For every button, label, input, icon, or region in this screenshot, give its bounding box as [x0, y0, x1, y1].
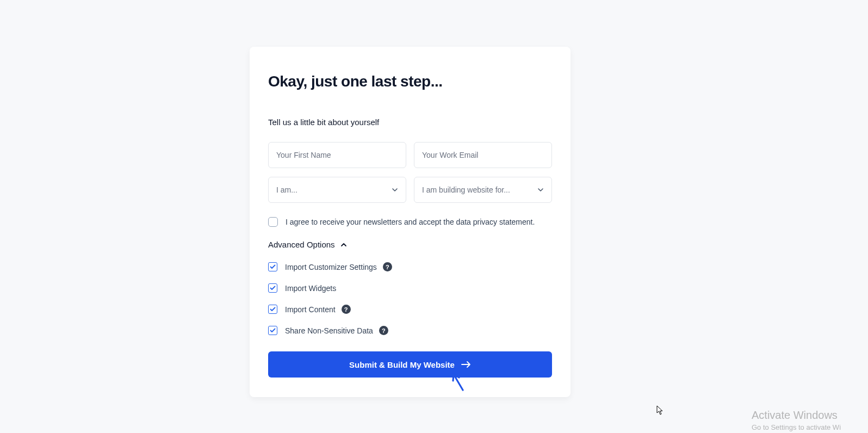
- option-label: Import Content: [285, 305, 336, 314]
- chevron-down-icon: [537, 187, 544, 193]
- email-input[interactable]: [414, 142, 552, 168]
- first-name-input[interactable]: [268, 142, 406, 168]
- watermark-title: Activate Windows: [752, 409, 838, 422]
- option-checkbox[interactable]: [268, 262, 277, 271]
- checkmark-icon: [270, 327, 276, 333]
- option-row: Import Widgets: [268, 283, 552, 293]
- option-label: Share Non-Sensitive Data: [285, 326, 373, 335]
- building-for-select-label: I am building website for...: [422, 185, 510, 194]
- checkmark-icon: [270, 306, 276, 312]
- consent-text: I agree to receive your newsletters and …: [286, 218, 535, 226]
- checkmark-icon: [270, 264, 276, 270]
- form-card: Okay, just one last step... Tell us a li…: [250, 47, 571, 397]
- advanced-options-toggle[interactable]: Advanced Options: [268, 240, 552, 249]
- help-icon[interactable]: ?: [342, 305, 351, 314]
- role-select-label: I am...: [276, 185, 297, 194]
- consent-checkbox[interactable]: [268, 217, 278, 227]
- page-title: Okay, just one last step...: [268, 73, 552, 90]
- help-icon[interactable]: ?: [379, 326, 388, 335]
- chevron-down-icon: [392, 187, 398, 193]
- cursor-icon: [656, 405, 664, 415]
- arrow-right-icon: [461, 361, 471, 368]
- checkmark-icon: [270, 285, 276, 291]
- annotation-arrow-icon: [450, 372, 466, 391]
- consent-row: I agree to receive your newsletters and …: [268, 217, 552, 227]
- option-checkbox[interactable]: [268, 283, 277, 293]
- option-row: Import Content?: [268, 305, 552, 314]
- building-for-select[interactable]: I am building website for...: [414, 177, 552, 203]
- submit-button-label: Submit & Build My Website: [349, 360, 455, 369]
- option-row: Import Customizer Settings?: [268, 262, 552, 271]
- role-select[interactable]: I am...: [268, 177, 406, 203]
- options-container: Import Customizer Settings?Import Widget…: [268, 262, 552, 335]
- page-subtitle: Tell us a little bit about yourself: [268, 117, 552, 127]
- option-checkbox[interactable]: [268, 326, 277, 335]
- help-icon[interactable]: ?: [383, 262, 392, 271]
- option-label: Import Customizer Settings: [285, 263, 377, 271]
- option-row: Share Non-Sensitive Data?: [268, 326, 552, 335]
- submit-button[interactable]: Submit & Build My Website: [268, 351, 552, 378]
- watermark-subtitle: Go to Settings to activate Wi: [752, 423, 841, 431]
- option-label: Import Widgets: [285, 284, 336, 293]
- option-checkbox[interactable]: [268, 305, 277, 314]
- form-row-inputs: [268, 142, 552, 168]
- form-row-selects: I am... I am building website for...: [268, 177, 552, 203]
- chevron-up-icon: [340, 242, 347, 248]
- advanced-options-label: Advanced Options: [268, 240, 335, 249]
